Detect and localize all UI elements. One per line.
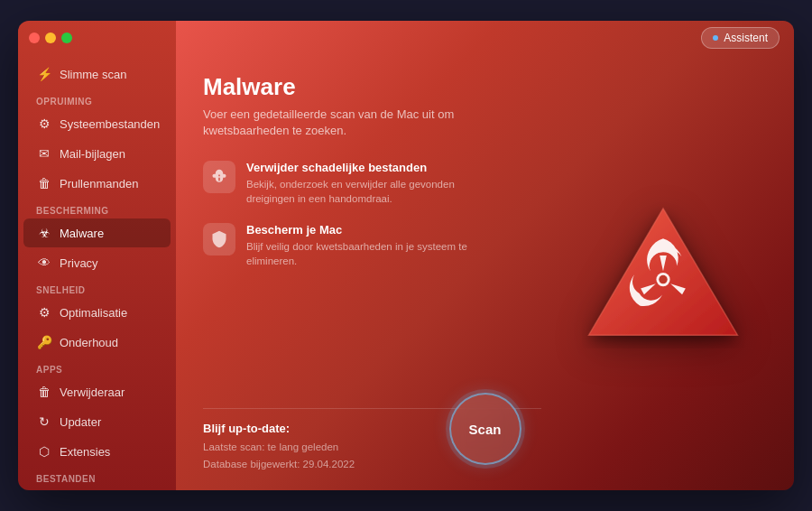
sidebar-nav: ⚡ Slimme scan Opruiming ⚙ Systeembestand… [18,55,176,490]
sidebar-item-label: Privacy [60,256,98,270]
biohazard-illustration [582,191,744,354]
feature-item-remove: Verwijder schadelijke bestanden Bekijk, … [203,161,541,206]
sidebar-item-label: Optimalisatie [60,306,127,320]
assistant-label: Assistent [724,32,768,44]
sidebar-item-verwijderaar[interactable]: 🗑 Verwijderaar [23,377,171,406]
assistant-dot [713,35,718,41]
privacy-icon: 👁 [36,255,52,271]
titlebar [18,21,176,55]
sidebar-item-label: Verwijderaar [60,386,125,399]
extensies-icon: ⬡ [36,443,52,460]
sidebar-item-label: Onderhoud [60,336,118,349]
sidebar-item-extensies[interactable]: ⬡ Extensies [23,437,171,466]
main-titlebar: Assistent [176,21,794,55]
sidebar-item-malware[interactable]: ☣ Malware [23,218,171,247]
section-bestanden: Bestanden [18,467,176,486]
onderhoud-icon: 🔑 [36,334,52,350]
updater-icon: ↻ [36,413,52,430]
sidebar-item-label: Mail-bijlagen [60,147,125,161]
right-panel [559,73,767,472]
sidebar-item-prullenmanden[interactable]: 🗑 Prullenmanden [23,169,171,198]
feature-item-protect: Bescherm je Mac Blijf veilig door kwetsb… [203,223,541,268]
mail-icon: ✉ [36,145,52,162]
feature-text-remove: Verwijder schadelijke bestanden Bekijk, … [246,161,481,206]
verwijderaar-icon: 🗑 [36,384,52,400]
feature-title: Bescherm je Mac [246,223,481,237]
sidebar-item-mail-bijlagen[interactable]: ✉ Mail-bijlagen [23,139,171,168]
svg-point-1 [659,274,667,283]
systeembestanden-icon: ⚙ [36,116,52,132]
section-bescherming: Bescherming [18,199,176,218]
scan-button[interactable]: Scan [449,393,521,465]
feature-text-protect: Bescherm je Mac Blijf veilig door kwetsb… [246,223,481,268]
slimme-scan-icon: ⚡ [36,66,52,82]
shield-icon [203,223,235,256]
app-window: ⚡ Slimme scan Opruiming ⚙ Systeembestand… [18,21,794,490]
feature-title: Verwijder schadelijke bestanden [246,161,481,174]
sidebar-item-label: Updater [60,415,101,429]
minimize-button[interactable] [45,33,56,43]
feature-description: Bekijk, onderzoek en verwijder alle gevo… [246,177,481,206]
scan-button-wrapper: Scan [449,393,521,465]
scan-button-label: Scan [469,422,502,437]
sidebar-item-onderhoud[interactable]: 🔑 Onderhoud [23,328,171,357]
sidebar-item-label: Systeembestanden [60,117,160,131]
sidebar-item-label: Slimme scan [60,68,126,81]
sidebar-item-updater[interactable]: ↻ Updater [23,407,171,436]
sidebar-item-systeembestanden[interactable]: ⚙ Systeembestanden [23,109,171,138]
malware-icon: ☣ [36,225,52,241]
sidebar-item-label: Malware [60,227,104,240]
feature-list: Verwijder schadelijke bestanden Bekijk, … [203,161,541,394]
close-button[interactable] [29,33,40,43]
bug-icon [203,161,235,193]
page-subtitle: Voer een gedetailleerde scan van de Mac … [203,107,474,139]
maximize-button[interactable] [61,33,72,43]
sidebar-item-optimalisatie[interactable]: ⚙ Optimalisatie [23,298,171,327]
sidebar-item-ruimtezoeker[interactable]: 📡 Ruimtezoeker [23,487,171,490]
assistant-button[interactable]: Assistent [701,27,780,49]
trash-icon: 🗑 [36,175,52,191]
page-title: Malware [203,73,541,101]
sidebar-item-privacy[interactable]: 👁 Privacy [23,248,171,277]
sidebar-item-label: Prullenmanden [60,177,138,190]
sidebar-item-label: Extensies [60,445,110,459]
optimalisatie-icon: ⚙ [36,304,52,321]
sidebar: ⚡ Slimme scan Opruiming ⚙ Systeembestand… [18,21,176,490]
section-apps: Apps [18,358,176,376]
feature-description: Blijf veilig door kwetsbaarheden in je s… [246,239,481,268]
main-content: Assistent Malware Voer een gedetailleerd… [176,21,794,490]
sidebar-item-slimme-scan[interactable]: ⚡ Slimme scan [23,60,171,88]
section-snelheid: Snelheid [18,278,176,297]
section-opruiming: Opruiming [18,89,176,108]
